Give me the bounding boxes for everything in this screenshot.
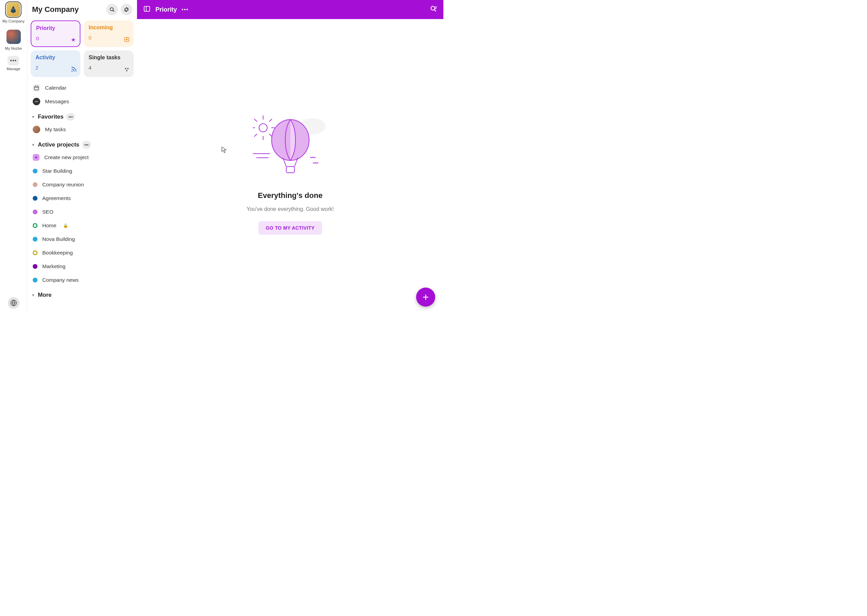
summary-cards: Priority 0 ★ Incoming 0 Activity 2 Singl… bbox=[31, 20, 134, 77]
workspace-avatar-icon bbox=[5, 2, 22, 18]
chevron-down-icon: ▼ bbox=[31, 115, 35, 119]
add-task-fab[interactable]: + bbox=[416, 288, 435, 306]
rss-icon bbox=[71, 67, 76, 74]
project-label: Marketing bbox=[42, 263, 65, 269]
workspace-manage[interactable]: ••• Manage bbox=[7, 56, 20, 71]
project-item[interactable]: Marketing bbox=[31, 259, 134, 273]
card-title: Incoming bbox=[89, 25, 129, 31]
svg-rect-34 bbox=[286, 167, 294, 173]
empty-title: Everything's done bbox=[258, 191, 323, 200]
nav-messages[interactable]: Messages bbox=[31, 95, 134, 108]
card-single-tasks[interactable]: Single tasks 4 bbox=[84, 50, 134, 77]
svg-point-13 bbox=[36, 101, 37, 102]
workspace-my-company[interactable]: My Company bbox=[2, 2, 25, 23]
plus-icon: + bbox=[423, 291, 429, 303]
project-item[interactable]: SEO bbox=[31, 205, 134, 219]
star-icon: ★ bbox=[71, 36, 76, 43]
project-color-icon bbox=[33, 223, 38, 228]
project-label: Company reunion bbox=[42, 182, 84, 188]
svg-point-7 bbox=[126, 70, 127, 71]
card-count: 0 bbox=[36, 35, 75, 41]
workspace-my-nozbe[interactable]: My Nozbe bbox=[5, 28, 22, 50]
svg-line-29 bbox=[269, 134, 272, 137]
project-label: Company news bbox=[42, 277, 79, 283]
settings-button[interactable] bbox=[121, 4, 132, 15]
plus-icon: + bbox=[33, 154, 39, 161]
project-label: Star Building bbox=[42, 168, 72, 174]
section-favorites[interactable]: ▼ Favorites ••• bbox=[31, 108, 134, 123]
nav-calendar[interactable]: Calendar bbox=[31, 81, 134, 95]
card-title: Priority bbox=[36, 25, 75, 31]
workspace-label: My Company bbox=[2, 19, 25, 23]
create-project[interactable]: + Create new project bbox=[31, 151, 134, 164]
project-item[interactable]: Company reunion bbox=[31, 178, 134, 192]
project-color-icon bbox=[33, 196, 38, 201]
project-item[interactable]: Company news bbox=[31, 273, 134, 287]
card-incoming[interactable]: Incoming 0 bbox=[84, 20, 134, 47]
workspace-label: My Nozbe bbox=[5, 46, 22, 50]
search-button[interactable] bbox=[106, 4, 118, 15]
project-item[interactable]: Nova Building bbox=[31, 233, 134, 246]
favorite-my-tasks[interactable]: My tasks bbox=[31, 123, 134, 136]
dots-icon: ••• bbox=[8, 56, 19, 65]
avatar-icon bbox=[33, 126, 40, 133]
project-color-icon bbox=[33, 209, 38, 214]
project-item[interactable]: Bookkeeping bbox=[31, 246, 134, 259]
card-count: 4 bbox=[89, 65, 129, 71]
section-title: Active projects bbox=[38, 141, 79, 148]
section-more[interactable]: ▼ More bbox=[31, 287, 134, 300]
section-active-projects[interactable]: ▼ Active projects ••• bbox=[31, 136, 134, 151]
topbar-more-button[interactable]: ••• bbox=[182, 7, 189, 12]
project-color-icon bbox=[33, 169, 38, 173]
empty-subtitle: You've done everything. Good work! bbox=[247, 206, 334, 212]
sidebar-scroll[interactable]: Priority 0 ★ Incoming 0 Activity 2 Singl… bbox=[27, 19, 137, 315]
svg-line-18 bbox=[434, 9, 436, 11]
collapse-sidebar-button[interactable] bbox=[143, 5, 151, 14]
topbar-title: Priority bbox=[156, 6, 177, 13]
messages-icon bbox=[33, 98, 40, 105]
project-label: SEO bbox=[42, 209, 53, 215]
create-project-label: Create new project bbox=[44, 154, 89, 160]
go-to-activity-button[interactable]: GO TO MY ACTIVITY bbox=[258, 221, 322, 235]
workspace-label: Manage bbox=[7, 67, 20, 71]
sidebar: My Company Priority 0 ★ Incoming 0 Activ… bbox=[27, 0, 137, 315]
nav-label: Messages bbox=[45, 99, 69, 105]
card-count: 2 bbox=[35, 65, 76, 71]
svg-line-27 bbox=[269, 119, 272, 122]
project-color-icon bbox=[33, 278, 38, 283]
project-color-icon bbox=[33, 182, 38, 187]
card-title: Single tasks bbox=[89, 55, 129, 61]
project-color-icon bbox=[33, 237, 38, 242]
project-color-icon bbox=[33, 250, 38, 255]
svg-point-5 bbox=[125, 68, 126, 69]
workspace-globe[interactable] bbox=[8, 297, 19, 309]
project-item[interactable]: Star Building bbox=[31, 164, 134, 178]
search-filter-icon bbox=[430, 5, 437, 13]
topbar: Priority ••• bbox=[137, 0, 444, 19]
section-more-button[interactable]: ••• bbox=[82, 141, 91, 149]
project-label: Nova Building bbox=[42, 236, 75, 242]
section-more-button[interactable]: ••• bbox=[66, 113, 75, 121]
svg-point-21 bbox=[259, 124, 267, 132]
section-title: More bbox=[38, 292, 52, 299]
sidebar-title: My Company bbox=[32, 5, 104, 14]
workspace-avatar-icon bbox=[5, 28, 22, 45]
project-label: Agreements bbox=[42, 195, 71, 201]
svg-line-28 bbox=[254, 134, 257, 137]
project-item[interactable]: Agreements bbox=[31, 192, 134, 205]
chevron-down-icon: ▼ bbox=[31, 143, 35, 147]
chevron-down-icon: ▼ bbox=[31, 293, 35, 297]
project-item[interactable]: Home🔒 bbox=[31, 219, 134, 233]
card-priority[interactable]: Priority 0 ★ bbox=[31, 20, 80, 47]
topbar-filter-button[interactable] bbox=[430, 5, 437, 14]
project-color-icon bbox=[33, 264, 38, 269]
svg-rect-8 bbox=[35, 86, 38, 90]
search-icon bbox=[109, 6, 115, 13]
globe-icon bbox=[8, 297, 19, 309]
workspace-rail: My Company My Nozbe ••• Manage bbox=[0, 0, 27, 315]
sidebar-header: My Company bbox=[27, 0, 137, 19]
balloon-illustration-icon bbox=[253, 113, 328, 178]
project-label: Bookkeeping bbox=[42, 250, 73, 256]
card-activity[interactable]: Activity 2 bbox=[31, 50, 80, 77]
main-panel: Priority ••• bbox=[137, 0, 444, 315]
